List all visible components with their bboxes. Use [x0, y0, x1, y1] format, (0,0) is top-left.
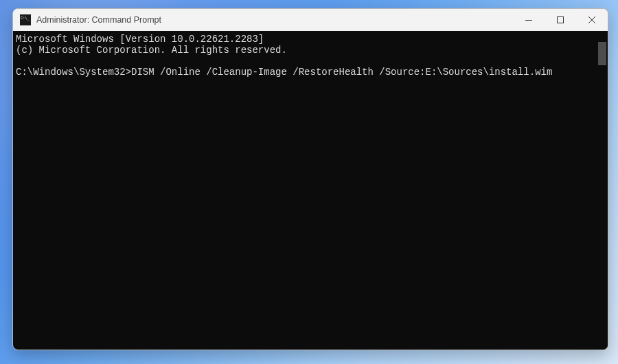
window-controls: [513, 9, 608, 31]
window-titlebar[interactable]: Administrator: Command Prompt: [13, 9, 608, 31]
terminal-line: Microsoft Windows [Version 10.0.22621.22…: [16, 34, 264, 45]
svg-rect-0: [525, 20, 532, 21]
cmd-icon: [20, 14, 31, 25]
terminal-command: DISM /Online /Cleanup-Image /RestoreHeal…: [131, 67, 552, 78]
close-button[interactable]: [576, 9, 608, 31]
maximize-icon: [557, 16, 564, 23]
desktop-wallpaper: Administrator: Command Prompt Microsoft …: [0, 0, 618, 364]
svg-rect-1: [558, 17, 564, 23]
close-icon: [588, 16, 595, 23]
scrollbar-track[interactable]: [597, 31, 608, 350]
minimize-button[interactable]: [513, 9, 545, 31]
terminal-output: Microsoft Windows [Version 10.0.22621.22…: [13, 31, 608, 80]
terminal-viewport[interactable]: Microsoft Windows [Version 10.0.22621.22…: [13, 31, 608, 350]
command-prompt-window: Administrator: Command Prompt Microsoft …: [12, 8, 608, 350]
minimize-icon: [525, 20, 532, 21]
maximize-button[interactable]: [545, 9, 576, 31]
terminal-prompt: C:\Windows\System32>: [16, 67, 131, 78]
terminal-line: (c) Microsoft Corporation. All rights re…: [16, 45, 287, 56]
scrollbar-thumb[interactable]: [598, 42, 606, 65]
window-title: Administrator: Command Prompt: [36, 15, 513, 25]
